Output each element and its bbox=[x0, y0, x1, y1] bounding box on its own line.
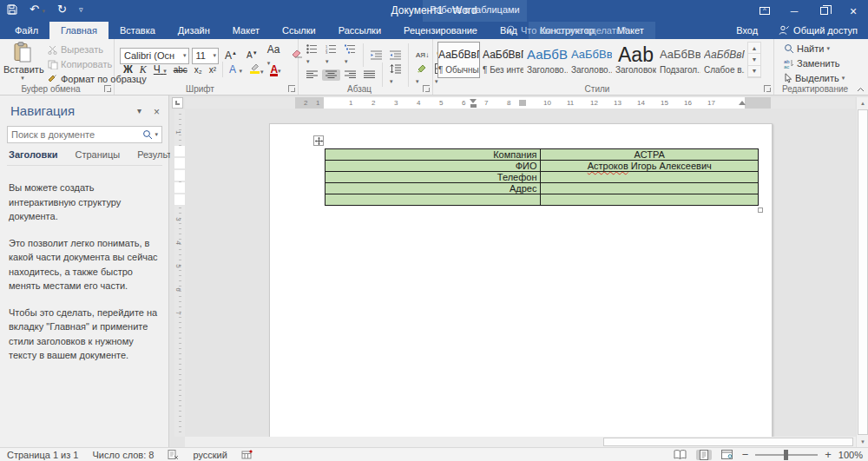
table-cell-value[interactable] bbox=[541, 194, 759, 206]
zoom-slider-thumb[interactable] bbox=[784, 450, 788, 460]
print-layout-icon[interactable] bbox=[696, 450, 712, 460]
tab-review[interactable]: Рецензирование bbox=[392, 22, 489, 39]
tell-me-box[interactable]: Что вы хотите сделать? bbox=[506, 22, 627, 39]
shading-icon[interactable]: ▾ bbox=[412, 63, 431, 87]
zoom-in-button[interactable]: + bbox=[825, 448, 832, 461]
horizontal-scrollbar[interactable] bbox=[185, 437, 856, 447]
table-cell-value[interactable] bbox=[541, 172, 759, 183]
web-layout-icon[interactable] bbox=[719, 450, 735, 459]
page-indicator[interactable]: Страница 1 из 1 bbox=[7, 450, 78, 460]
navigation-options-icon[interactable]: ▾ bbox=[137, 106, 141, 118]
shrink-font-button[interactable]: А▼ bbox=[243, 49, 261, 61]
horizontal-scroll-thumb[interactable] bbox=[603, 438, 853, 446]
style-no-spacing[interactable]: АаБбВвГг, ¶ Без инте... bbox=[482, 42, 524, 78]
macro-record-icon[interactable] bbox=[241, 450, 253, 459]
vertical-scroll-thumb[interactable] bbox=[858, 109, 868, 435]
first-line-indent-marker[interactable] bbox=[470, 99, 477, 103]
table-cell-value[interactable] bbox=[541, 183, 759, 194]
language-indicator[interactable]: русский bbox=[193, 450, 227, 460]
navigation-close-icon[interactable]: × bbox=[154, 106, 160, 118]
read-mode-icon[interactable] bbox=[671, 450, 689, 459]
sign-in-button[interactable]: Вход bbox=[726, 25, 768, 36]
tab-mailings[interactable]: Рассылки bbox=[327, 22, 392, 39]
zoom-percent[interactable]: 100% bbox=[838, 450, 863, 460]
style-normal[interactable]: АаБбВвГг, ¶ Обычный bbox=[437, 42, 480, 78]
tab-selector-box[interactable] bbox=[172, 97, 183, 109]
tab-references[interactable]: Ссылки bbox=[271, 22, 327, 39]
bold-button[interactable]: Ж bbox=[120, 63, 136, 76]
table-resize-handle[interactable] bbox=[758, 207, 763, 213]
scroll-down-icon[interactable]: ▼ bbox=[857, 436, 868, 447]
undo-icon[interactable]: ↶ ▾ bbox=[30, 3, 45, 16]
table-move-handle[interactable] bbox=[313, 135, 324, 146]
clipboard-dialog-launcher-icon[interactable] bbox=[104, 85, 111, 92]
increase-indent-icon[interactable] bbox=[386, 49, 404, 61]
align-right-icon[interactable] bbox=[341, 69, 359, 81]
table-cell-label[interactable]: Компания bbox=[326, 149, 541, 161]
paragraph-dialog-launcher-icon[interactable] bbox=[423, 85, 430, 92]
table-column-marker[interactable] bbox=[519, 100, 526, 106]
style-subtle-emphasis[interactable]: АаБбВвГг Слабое в... bbox=[703, 42, 746, 78]
strikethrough-button[interactable]: abc bbox=[170, 64, 191, 76]
find-button[interactable]: Найти▾ bbox=[781, 43, 847, 55]
search-input[interactable] bbox=[8, 129, 141, 140]
line-spacing-icon[interactable]: ▾ bbox=[386, 63, 404, 87]
style-heading1[interactable]: АаБбВв Заголово... bbox=[526, 42, 569, 78]
underline-button[interactable]: Ч ▾ bbox=[150, 63, 170, 76]
search-icon[interactable] bbox=[141, 129, 155, 140]
subscript-button[interactable]: x₂ bbox=[191, 64, 206, 76]
styles-scroll-up-icon[interactable]: ▲ bbox=[748, 43, 760, 54]
styles-scroll-down-icon[interactable]: ▼ bbox=[748, 54, 760, 65]
customize-qat-icon[interactable]: ▿ bbox=[79, 5, 83, 14]
replace-button[interactable]: abac Заменить bbox=[781, 57, 847, 69]
scroll-up-icon[interactable]: ▲ bbox=[857, 97, 868, 109]
zoom-out-button[interactable]: − bbox=[742, 448, 749, 461]
table-cell-value[interactable]: Астроков Игорь Алексеевич bbox=[541, 161, 759, 172]
tab-file[interactable]: Файл bbox=[3, 22, 49, 39]
align-center-icon[interactable] bbox=[322, 69, 340, 81]
hanging-indent-marker[interactable] bbox=[470, 104, 477, 108]
word-count[interactable]: Число слов: 8 bbox=[92, 450, 154, 460]
tab-layout[interactable]: Макет bbox=[221, 22, 271, 39]
minimize-button[interactable]: ─ bbox=[779, 0, 809, 22]
decrease-indent-icon[interactable] bbox=[367, 49, 385, 61]
share-button[interactable]: Общий доступ bbox=[768, 25, 868, 36]
text-effects-button[interactable]: А ▾ bbox=[226, 63, 246, 76]
tab-design[interactable]: Дизайн bbox=[167, 22, 221, 39]
table-cell-label[interactable]: Адрес bbox=[326, 183, 541, 194]
save-icon[interactable] bbox=[7, 4, 17, 15]
tab-home[interactable]: Главная bbox=[49, 22, 108, 39]
nav-tab-pages[interactable]: Страницы bbox=[75, 149, 120, 160]
nav-tab-headings[interactable]: Заголовки bbox=[9, 149, 57, 160]
search-options-icon[interactable]: ▾ bbox=[155, 131, 161, 138]
font-dialog-launcher-icon[interactable] bbox=[288, 85, 295, 92]
align-left-icon[interactable] bbox=[303, 69, 321, 81]
font-color-button[interactable]: А▾ bbox=[266, 63, 284, 77]
table-cell-label[interactable]: Телефон bbox=[326, 172, 541, 183]
ribbon-display-options-icon[interactable] bbox=[750, 0, 779, 22]
justify-icon[interactable] bbox=[360, 69, 378, 81]
close-button[interactable]: × bbox=[838, 0, 868, 22]
paste-button[interactable]: Вставить ▾ bbox=[3, 42, 42, 82]
vertical-scrollbar[interactable]: ▲ ▼ bbox=[856, 97, 868, 447]
proofing-errors-icon[interactable] bbox=[168, 450, 179, 460]
restore-button[interactable] bbox=[809, 0, 838, 22]
page[interactable]: Компания АСТРА ФИО Астроков Игорь Алексе… bbox=[269, 123, 773, 447]
style-subtitle[interactable]: АаБбВвГ Подзагол... bbox=[659, 42, 701, 78]
right-indent-marker[interactable] bbox=[739, 101, 746, 105]
sort-icon[interactable]: АЯ↓ bbox=[412, 50, 432, 60]
zoom-slider[interactable] bbox=[755, 454, 818, 456]
style-title[interactable]: Aab Заголовок bbox=[615, 42, 657, 78]
table-cell-value[interactable]: АСТРА bbox=[541, 149, 759, 161]
style-heading2[interactable]: АаБбВвГ Заголово... bbox=[570, 42, 613, 78]
table-cell-label[interactable] bbox=[326, 194, 541, 206]
collapse-ribbon-icon[interactable] bbox=[857, 87, 865, 92]
select-button[interactable]: Выделить▾ bbox=[781, 72, 847, 84]
italic-button[interactable]: К bbox=[136, 63, 150, 77]
tab-insert[interactable]: Вставка bbox=[108, 22, 167, 39]
superscript-button[interactable]: x² bbox=[206, 64, 220, 76]
styles-dialog-launcher-icon[interactable] bbox=[764, 85, 771, 92]
grow-font-button[interactable]: А▲ bbox=[221, 49, 240, 63]
document-search-box[interactable]: ▾ bbox=[7, 126, 162, 143]
styles-gallery-more-icon[interactable]: ▼ bbox=[748, 66, 760, 77]
